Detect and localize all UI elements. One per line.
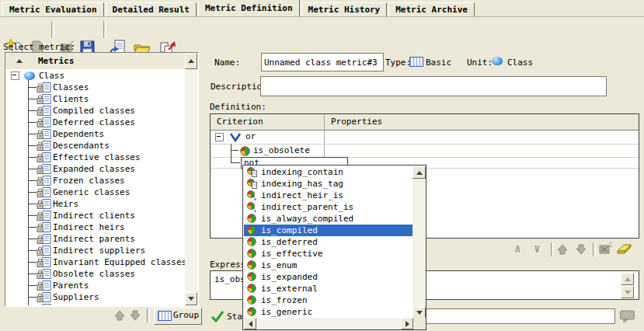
erase-criterion-button[interactable] [615, 242, 633, 259]
tab-metric-evaluation[interactable]: Metric Evaluation [2, 2, 104, 16]
tree-scroll-down-button[interactable] [185, 292, 197, 305]
dropdown-item-label: is_frozen [261, 294, 308, 306]
tree-branch-line [28, 122, 37, 123]
toolbar-separator [51, 21, 54, 38]
group-button[interactable]: Group [154, 308, 202, 325]
tree-branch-line [28, 110, 37, 111]
status-valid-icon [210, 309, 225, 326]
dropdown-item-is-generic[interactable]: is_generic [244, 306, 413, 318]
dropdown-item-indirect-parent-is[interactable]: indirect_parent_is [244, 201, 413, 213]
dropdown-vscroll-track[interactable] [413, 179, 426, 317]
tab-detailed-result[interactable]: Detailed Result [106, 2, 197, 16]
tree-root-class[interactable]: Class [5, 70, 185, 82]
dropdown-item-indexing-contain[interactable]: indexing_contain [244, 166, 413, 178]
dropdown-item-is-effective[interactable]: is_effective [244, 248, 413, 260]
tree-item-label: Heirs [53, 198, 78, 210]
or-operator-icon [229, 132, 242, 142]
and-criterion-button: ∧ [514, 242, 521, 256]
properties-header-label: Properties [331, 114, 382, 130]
expression-scroll-down-button [621, 286, 634, 298]
tree-branch-line [28, 134, 37, 134]
tree-item-label: Expanded classes [53, 163, 135, 175]
tab-metric-archive[interactable]: Metric Archive [388, 2, 475, 16]
eraser-icon [615, 242, 633, 256]
criterion-column-header[interactable]: Criterion Properties [211, 114, 639, 131]
tree-item-suppliers[interactable]: Suppliers [5, 291, 185, 303]
tree-item-dependents[interactable]: Dependents [5, 128, 185, 140]
tree-item-indirect-clients[interactable]: Indirect clients [5, 210, 185, 221]
tree-item-classes[interactable]: Classes [5, 82, 185, 93]
tree-item-frozen-classes[interactable]: Frozen classes [5, 175, 185, 186]
tree-item-label: Invariant Equipped classes [53, 256, 185, 268]
dropdown-hscroll-track[interactable] [256, 318, 401, 329]
dropdown-item-is-enum[interactable]: is_enum [244, 260, 413, 271]
tree-column-header[interactable]: Metrics [5, 53, 185, 70]
description-input[interactable] [260, 76, 607, 96]
collapse-box-icon[interactable] [11, 71, 19, 80]
tree-scroll-up-button[interactable] [185, 53, 197, 69]
dropdown-item-is-expanded[interactable]: is_expanded [244, 271, 413, 283]
dropdown-item-is-always-compiled[interactable]: is_always_compiled [244, 213, 413, 225]
criterion-row-is-obsolete[interactable]: is_obsolete [211, 145, 639, 157]
dropdown-item-is-compiled[interactable]: is_compiled [244, 225, 413, 236]
tab-metric-definition[interactable]: Metric Definition [198, 0, 300, 16]
tree-item-label: Deferred classes [53, 117, 135, 128]
tree-item-generic-classes[interactable]: Generic classes [5, 186, 185, 198]
tree-item-uncompiled-classes[interactable]: Uncompiled classes [5, 303, 185, 305]
tree-item-label: Effective classes [53, 152, 141, 163]
tree-item-label: Descendants [53, 140, 110, 152]
scroll-up-icon [416, 171, 423, 175]
tree-branch-line [28, 239, 37, 239]
tree-item-obsolete-classes[interactable]: Obsolete classes [5, 268, 185, 280]
tree-item-clients[interactable]: Clients [5, 93, 185, 105]
tree-item-expanded-classes[interactable]: Expanded classes [5, 163, 185, 175]
speech-bubble-icon [619, 309, 636, 323]
unit-value: Class [507, 57, 533, 68]
tree-item-compiled-classes[interactable]: Compiled classes [5, 105, 185, 117]
dropdown-item-label: is_always_compiled [261, 213, 353, 225]
dropdown-scroll-left-button[interactable] [244, 318, 256, 329]
tree-item-deferred-classes[interactable]: Deferred classes [5, 117, 185, 128]
criterion-row-or[interactable]: or [211, 130, 639, 144]
dropdown-item-is-external[interactable]: is_external [244, 283, 413, 294]
move-criterion-down-button [575, 243, 587, 258]
tree-item-descendants[interactable]: Descendants [5, 140, 185, 152]
tree-item-effective-classes[interactable]: Effective classes [5, 152, 185, 163]
tree-scrollbar-track[interactable] [185, 69, 197, 292]
expression-scroll-up-button [621, 273, 634, 285]
tree-branch-line [28, 192, 37, 193]
scroll-down-icon [188, 297, 194, 301]
name-input[interactable] [261, 53, 384, 71]
dropdown-item-indexing-has-tag[interactable]: indexing_has_tag [244, 178, 413, 190]
type-value: Basic [426, 57, 451, 68]
locked-metric-icon [37, 304, 51, 305]
tree-item-label: Parents [53, 280, 89, 291]
tree-branch-line [28, 87, 37, 88]
tree-item-label: Uncompiled classes [53, 303, 145, 305]
tree-item-indirect-heirs[interactable]: Indirect heirs [5, 221, 185, 233]
tree-item-invariant-equipped-classes[interactable]: Invariant Equipped classes [5, 256, 185, 268]
dropdown-scroll-down-button[interactable] [413, 307, 426, 319]
dropdown-item-indirect-heir-is[interactable]: indirect_heir_is [244, 190, 413, 201]
tab-metric-history[interactable]: Metric History [301, 2, 388, 16]
collapse-box-icon[interactable] [215, 133, 224, 141]
basic-type-icon [409, 57, 423, 67]
group-icon [158, 311, 172, 321]
dropdown-item-is-frozen[interactable]: is_frozen [244, 294, 413, 306]
dropdown-item-is-deferred[interactable]: is_deferred [244, 236, 413, 248]
dropdown-scroll-right-button[interactable] [401, 318, 413, 329]
tree-item-parents[interactable]: Parents [5, 280, 185, 291]
dropdown-scroll-up-button[interactable] [413, 166, 426, 179]
move-metric-down-button [129, 309, 141, 322]
name-label: Name: [214, 57, 240, 68]
check-icon [210, 309, 225, 323]
tree-item-label: Clients [53, 93, 89, 105]
tree-item-indirect-parents[interactable]: Indirect parents [5, 233, 185, 245]
tree-item-heirs[interactable]: Heirs [5, 198, 185, 210]
footer-separator [147, 308, 150, 322]
tree-item-label: Classes [53, 82, 89, 93]
tree-item-indirect-suppliers[interactable]: Indirect suppliers [5, 245, 185, 256]
delete-criterion-button [597, 242, 613, 259]
tree-branch-line [28, 180, 37, 181]
tree-branch-line [28, 227, 37, 228]
